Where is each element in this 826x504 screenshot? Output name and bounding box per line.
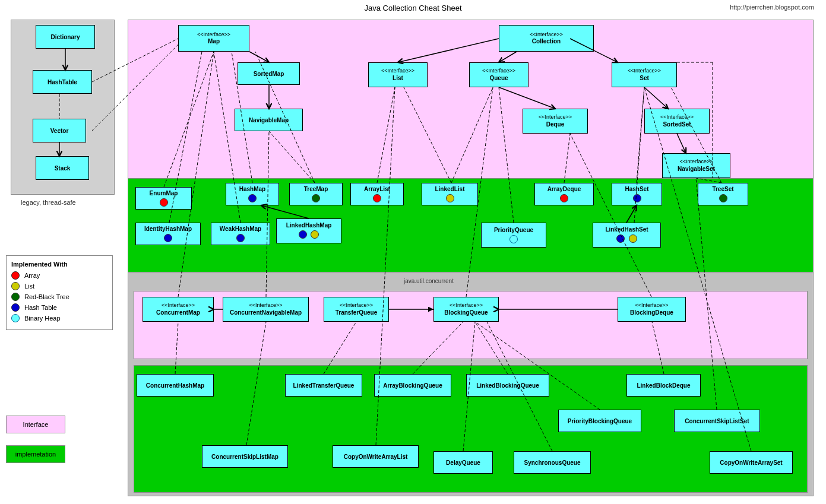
legend-impl-box: implemetation: [6, 445, 65, 463]
box-navigableset: <<Interface>> NavigableSet: [662, 153, 730, 178]
box-delayqueue: DelayQueue: [433, 451, 493, 474]
box-treemap: TreeMap: [289, 183, 343, 205]
legend-title: Implemented With: [11, 261, 107, 268]
box-weakhashmap: WeakHashMap: [211, 223, 270, 245]
box-deque: <<Interface>> Deque: [523, 109, 588, 134]
box-priorityblockingqueue: PriorityBlockingQueue: [558, 410, 641, 432]
box-navigablemap: NavigableMap: [235, 109, 303, 131]
legend-item-rbt: Red-Black Tree: [11, 293, 107, 301]
box-map: <<Interface>> Map: [178, 25, 249, 52]
box-linkedlist: LinkedList: [422, 183, 478, 205]
legend-label-hashtable: Hash Table: [24, 304, 57, 311]
box-sortedset: <<Interface>> SortedSet: [644, 109, 710, 134]
box-linkedhashmap: LinkedHashMap: [276, 218, 341, 243]
box-collection: <<Interface>> Collection: [499, 25, 594, 52]
legend-item-hashtable: Hash Table: [11, 303, 107, 312]
box-priorityqueue: PriorityQueue: [481, 223, 546, 248]
box-stack: Stack: [36, 156, 89, 180]
box-hashtable: HashTable: [33, 70, 92, 94]
box-blockingdeque: <<Interface>> BlockingDeque: [618, 297, 686, 322]
box-queue: <<Interface>> Queue: [469, 62, 528, 87]
box-arraylist: ArrayList: [350, 183, 404, 205]
box-set: <<Interface>> Set: [612, 62, 677, 87]
legend-label-array: Array: [24, 272, 40, 279]
box-arrayblockingqueue: ArrayBlockingQueue: [374, 374, 451, 397]
legend-interface-box: Interface: [6, 416, 65, 433]
box-linkedblockdeque: LinkedBlockDeque: [626, 374, 701, 397]
legend-label-rbt: Red-Black Tree: [24, 293, 69, 300]
legend-label-binaryheap: Binary Heap: [24, 315, 61, 322]
box-transferqueue: <<Interface>> TransferQueue: [324, 297, 389, 322]
box-hashset: HashSet: [612, 183, 662, 205]
url-label: http://pierrchen.blogspot.com: [730, 4, 814, 11]
box-concurrentskiplistset: ConcurrentSkipListSet: [674, 410, 760, 432]
box-concurrentmap: <<Interface>> ConcurrentMap: [143, 297, 214, 322]
legend-item-list: List: [11, 282, 107, 290]
legacy-label: legacy, thread-safe: [21, 199, 76, 206]
box-list: <<Interface>> List: [368, 62, 428, 87]
legend-dot-array: [11, 271, 20, 280]
legend-item-array: Array: [11, 271, 107, 280]
concurrent-label: java.util.concurrent: [404, 278, 454, 284]
box-identityhashmap: IdentityHashMap: [135, 223, 201, 245]
box-concurrentskiplistmap: ConcurrentSkipListMap: [202, 445, 288, 468]
legend-dot-hashtable: [11, 303, 20, 312]
box-linkedblockingqueue: LinkedBlockingQueue: [466, 374, 549, 397]
legend-dot-list: [11, 282, 20, 290]
box-arraydeque: ArrayDeque: [534, 183, 594, 205]
box-linkedhashset: LinkedHashSet: [593, 223, 661, 248]
box-blockingqueue: <<Interface>> BlockingQueue: [433, 297, 499, 322]
box-vector: Vector: [33, 119, 86, 142]
legend-box: Implemented With Array List Red-Black Tr…: [6, 255, 113, 330]
box-linkedtransferqueue: LinkedTransferQueue: [285, 374, 362, 397]
box-copyonwritearraylist: CopyOnWriteArrayList: [333, 445, 419, 468]
box-hashmap: HashMap: [226, 183, 279, 205]
legend-impl-label: implemetation: [15, 451, 56, 458]
box-concurrentnavigablemap: <<Interface>> ConcurrentNavigableMap: [223, 297, 309, 322]
box-dictionary: Dictionary: [36, 25, 95, 49]
box-enummap: EnumMap: [135, 187, 192, 210]
legend-dot-binaryheap: [11, 314, 20, 322]
legend-interface-label: Interface: [23, 421, 49, 428]
box-synchronousqueue: SynchronousQueue: [514, 451, 591, 474]
box-treeset: TreeSet: [698, 183, 748, 205]
box-sortedmap: SortedMap: [238, 62, 300, 85]
legend-item-binaryheap: Binary Heap: [11, 314, 107, 322]
legend-label-list: List: [24, 283, 34, 290]
page-title: Java Collection Cheat Sheet: [364, 4, 461, 12]
legend-dot-rbt: [11, 293, 20, 301]
box-copyonwritearrayset: CopyOnWriteArraySet: [710, 451, 793, 474]
box-concurrenthashmap: ConcurrentHashMap: [137, 374, 214, 397]
